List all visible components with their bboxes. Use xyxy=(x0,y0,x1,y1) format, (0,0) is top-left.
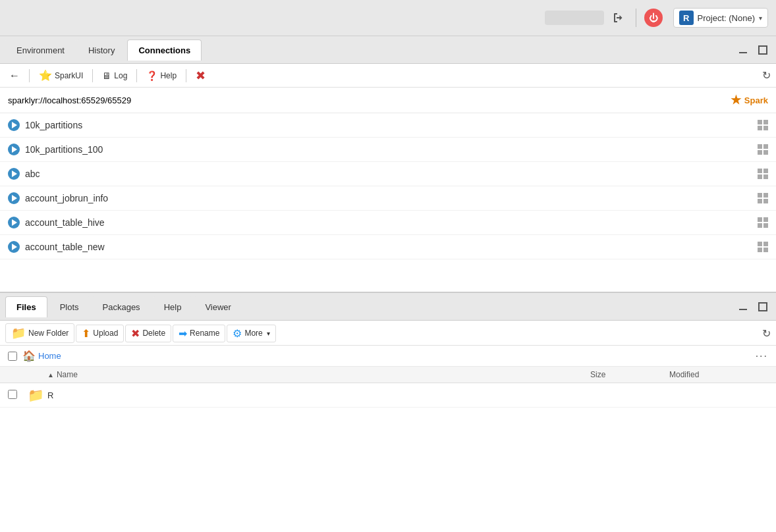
bottom-tab-bar: Files Plots Packages Help Viewer xyxy=(0,293,776,321)
connections-toolbar: ← ⭐ SparkUI 🖥 Log ❓ Help ✖ ↻ xyxy=(0,64,776,88)
disconnect-icon: ✖ xyxy=(196,68,206,83)
file-name: R xyxy=(47,390,53,400)
gear-icon: ⚙ xyxy=(233,327,242,340)
table-grid-icon xyxy=(758,144,768,155)
bottom-minimize-button[interactable] xyxy=(735,300,751,313)
table-row[interactable]: account_jobrun_info xyxy=(0,186,776,211)
sort-arrow-icon: ▲ xyxy=(47,371,54,379)
top-tab-actions xyxy=(735,43,771,57)
main-layout: Environment History Connections ← xyxy=(0,36,776,532)
bottom-tab-actions xyxy=(735,300,771,313)
spark-badge: ★ Spark xyxy=(731,93,768,107)
table-list: 10k_partitions 10k_partitions_100 xyxy=(0,113,776,259)
play-icon xyxy=(8,241,20,253)
upload-button[interactable]: ⬆ Upload xyxy=(76,325,124,342)
rename-button[interactable]: ➡ Rename xyxy=(173,325,225,342)
log-icon: 🖥 xyxy=(102,70,111,81)
sign-out-button[interactable] xyxy=(609,10,628,26)
play-icon xyxy=(8,144,20,155)
header-size-col: Size xyxy=(590,370,669,379)
files-refresh-button[interactable]: ↻ xyxy=(762,327,771,340)
top-bar: ⏻ R Project: (None) ▾ xyxy=(0,0,776,36)
toolbar-sep-4 xyxy=(186,69,186,82)
select-all-checkbox[interactable] xyxy=(8,352,17,361)
tab-connections[interactable]: Connections xyxy=(127,40,202,61)
table-row[interactable]: abc xyxy=(0,162,776,186)
help-icon: ❓ xyxy=(146,70,157,81)
play-icon xyxy=(8,168,20,180)
table-grid-icon xyxy=(758,217,768,228)
breadcrumb-bar: 🏠 Home ··· xyxy=(0,346,776,367)
bottom-maximize-button[interactable] xyxy=(755,300,771,313)
files-toolbar: 📁 New Folder ⬆ Upload ✖ Delete ➡ Rename … xyxy=(0,321,776,346)
tab-files[interactable]: Files xyxy=(5,296,47,317)
more-button[interactable]: ⚙ More ▾ xyxy=(227,325,275,342)
bottom-panel: Files Plots Packages Help Viewer xyxy=(0,293,776,532)
project-label: Project: (None) xyxy=(698,13,755,23)
connection-bar: sparklyr://localhost:65529/65529 ★ Spark xyxy=(0,88,776,113)
tab-viewer[interactable]: Viewer xyxy=(194,296,242,317)
spark-label: Spark xyxy=(744,95,768,105)
table-row[interactable]: 10k_partitions xyxy=(0,113,776,138)
table-grid-icon xyxy=(758,242,768,252)
table-grid-icon xyxy=(758,193,768,203)
chevron-down-icon: ▾ xyxy=(759,14,762,22)
table-row[interactable]: 10k_partitions_100 xyxy=(0,138,776,162)
toolbar-sep-1 xyxy=(29,69,30,82)
new-folder-icon: 📁 xyxy=(11,326,26,340)
power-button[interactable]: ⏻ xyxy=(644,9,663,27)
table-row[interactable]: account_table_hive xyxy=(0,211,776,235)
help-button[interactable]: ❓ Help xyxy=(142,68,180,83)
back-icon: ← xyxy=(9,70,20,82)
sparkui-button[interactable]: ⭐ SparkUI xyxy=(35,67,87,84)
tab-history[interactable]: History xyxy=(77,40,126,61)
tab-packages[interactable]: Packages xyxy=(92,296,152,317)
svg-rect-3 xyxy=(759,303,767,311)
upload-icon: ⬆ xyxy=(82,327,90,340)
svg-rect-2 xyxy=(739,309,747,310)
r-logo: R xyxy=(679,11,694,25)
file-checkbox[interactable] xyxy=(8,390,17,399)
tab-environment[interactable]: Environment xyxy=(5,40,76,61)
top-tab-bar: Environment History Connections xyxy=(0,36,776,64)
top-panel: Environment History Connections ← xyxy=(0,36,776,293)
play-icon xyxy=(8,119,20,131)
tab-help[interactable]: Help xyxy=(153,296,193,317)
sparkui-icon: ⭐ xyxy=(39,69,52,82)
delete-icon: ✖ xyxy=(131,327,140,340)
toolbar-sep-2 xyxy=(92,69,93,82)
breadcrumb-more-button[interactable]: ··· xyxy=(756,350,768,362)
divider xyxy=(636,9,636,27)
rename-icon: ➡ xyxy=(179,327,187,340)
project-selector[interactable]: R Project: (None) ▾ xyxy=(673,8,768,28)
home-icon: 🏠 xyxy=(22,350,36,362)
svg-rect-1 xyxy=(759,46,767,54)
svg-rect-0 xyxy=(739,52,747,53)
user-avatar xyxy=(545,11,604,25)
table-grid-icon xyxy=(758,169,768,179)
files-table-header: ▲ Name Size Modified xyxy=(0,367,776,383)
back-button[interactable]: ← xyxy=(5,68,24,84)
home-breadcrumb[interactable]: 🏠 Home xyxy=(22,350,61,362)
header-name-col[interactable]: ▲ Name xyxy=(47,370,590,379)
play-icon xyxy=(8,217,20,228)
table-grid-icon xyxy=(758,120,768,130)
file-row[interactable]: 📁 R xyxy=(0,383,776,408)
toolbar-sep-3 xyxy=(136,69,137,82)
folder-icon: 📁 xyxy=(28,388,44,402)
minimize-button[interactable] xyxy=(735,43,751,57)
play-icon xyxy=(8,192,20,204)
tab-plots[interactable]: Plots xyxy=(49,296,90,317)
toolbar-right: ↻ xyxy=(762,69,771,82)
maximize-button[interactable] xyxy=(755,43,771,57)
disconnect-button[interactable]: ✖ xyxy=(192,66,209,85)
log-button[interactable]: 🖥 Log xyxy=(98,68,131,83)
spark-star-icon: ★ xyxy=(731,93,741,107)
new-folder-button[interactable]: 📁 New Folder xyxy=(5,323,74,343)
table-row[interactable]: account_table_new xyxy=(0,235,776,259)
refresh-button[interactable]: ↻ xyxy=(762,69,771,82)
delete-button[interactable]: ✖ Delete xyxy=(125,325,171,342)
connection-url: sparklyr://localhost:65529/65529 xyxy=(8,95,131,105)
header-modified-col: Modified xyxy=(669,370,768,379)
more-chevron-icon: ▾ xyxy=(267,330,270,337)
